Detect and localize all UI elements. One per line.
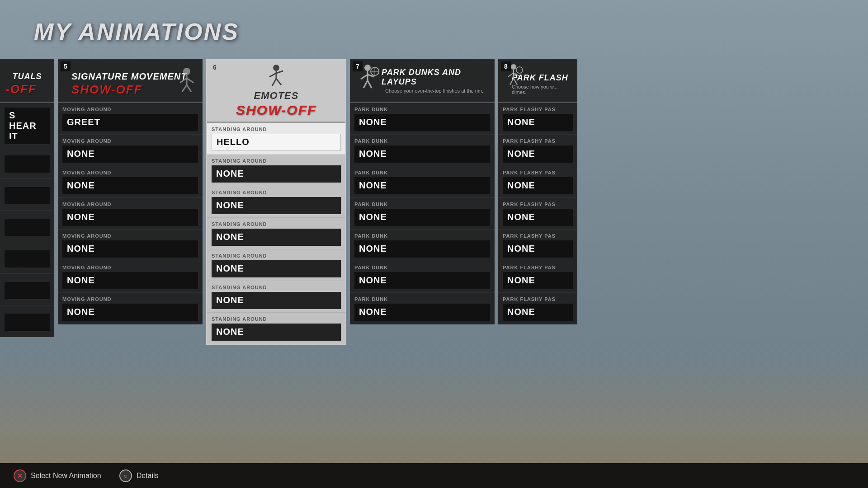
slot-row[interactable]: STANDING AROUND NONE	[207, 313, 345, 344]
select-animation-label: Select New Animation	[31, 472, 101, 480]
col-signature: 5 SIGNATURE MOVEMENT SHOW-OFF MOVING ARO…	[58, 59, 203, 324]
page-title: MY ANIMATIONS	[34, 18, 239, 45]
parkdunks-icon	[355, 63, 380, 95]
slot-row[interactable]: PARK FLASHY PAS NONE	[498, 135, 577, 166]
svg-point-6	[273, 65, 279, 71]
svg-line-23	[508, 73, 514, 77]
svg-line-14	[361, 75, 368, 79]
slot-row[interactable]: STANDING AROUND NONE	[207, 186, 345, 218]
details-label: Details	[137, 472, 159, 480]
parkflash-icon	[504, 63, 524, 90]
col-parkflash-header: 8 PARK FLASH Choose how you w... dimes.	[498, 59, 577, 102]
slot-row[interactable]: STANDING AROUND NONE	[207, 155, 345, 186]
slot-row[interactable]	[0, 305, 54, 337]
col-parkflash: 8 PARK FLASH Choose how you w... dimes. …	[498, 59, 577, 324]
slot-row[interactable]: PARK DUNK NONE	[350, 261, 495, 293]
slot-row[interactable]: PARK FLASHY PAS NONE	[498, 166, 577, 198]
slot-row[interactable]: MOVING AROUND NONE	[58, 166, 203, 198]
svg-line-10	[272, 79, 276, 86]
svg-line-5	[187, 85, 191, 92]
slot-row[interactable]	[0, 147, 54, 179]
columns-wrapper: TUALS -OFF S HEAR IT	[0, 59, 868, 461]
signature-icon	[175, 67, 198, 94]
col-rituals-badge: -OFF	[5, 82, 49, 96]
details-action[interactable]: ○ Details	[119, 469, 159, 482]
slot-row[interactable]: PARK DUNK NONE	[350, 198, 495, 230]
col-rituals-header: TUALS -OFF	[0, 59, 54, 102]
slot-row[interactable]	[0, 242, 54, 274]
slot-row[interactable]	[0, 211, 54, 242]
col-parkdunks-title: PARK DUNKS AND LAYUPS	[382, 68, 489, 87]
slot-row[interactable]: PARK DUNK NONE	[350, 135, 495, 166]
col-parkdunks: 7 PARK DUNKS AND LAYUPS Choose your over…	[350, 59, 495, 324]
col-sig-header: 5 SIGNATURE MOVEMENT SHOW-OFF	[58, 59, 203, 102]
slot-row[interactable]: STANDING AROUND NONE	[207, 249, 345, 281]
col-emotes-badge: SHOW-OFF	[236, 103, 316, 118]
slot-row[interactable]: PARK DUNK NONE	[350, 103, 495, 135]
svg-line-25	[510, 78, 514, 85]
col-emotes-number: 6	[210, 62, 220, 72]
svg-line-26	[514, 78, 517, 85]
x-button-icon: ✕	[14, 469, 26, 482]
slot-row[interactable]: PARK FLASHY PAS NONE	[498, 261, 577, 293]
slot-row[interactable]	[0, 179, 54, 211]
svg-line-8	[269, 73, 276, 77]
emotes-icon	[264, 64, 289, 89]
col-rituals-title: TUALS	[5, 72, 49, 81]
slot-row[interactable]: PARK FLASHY PAS NONE	[498, 230, 577, 261]
bottom-bar: ✕ Select New Animation ○ Details	[0, 463, 868, 488]
svg-line-9	[276, 71, 283, 73]
svg-point-21	[511, 64, 516, 70]
slot-row[interactable]	[0, 274, 54, 305]
slot-row[interactable]: MOVING AROUND NONE	[58, 198, 203, 230]
slot-row[interactable]: PARK FLASHY PAS NONE	[498, 293, 577, 324]
col-rituals: TUALS -OFF S HEAR IT	[0, 59, 54, 337]
slot-row[interactable]: STANDING AROUND NONE	[207, 218, 345, 249]
svg-point-27	[516, 67, 523, 73]
slot-row[interactable]: PARK FLASHY PAS NONE	[498, 198, 577, 230]
svg-line-2	[180, 78, 187, 83]
svg-line-4	[182, 85, 187, 92]
col-emotes: 6 EMOTES SHOW-OFF STANDING AROUND HELLO …	[206, 59, 346, 345]
col-parkdunks-header: 7 PARK DUNKS AND LAYUPS Choose your over…	[350, 59, 495, 102]
svg-point-12	[364, 65, 371, 71]
svg-point-0	[183, 68, 190, 75]
slot-row[interactable]: PARK DUNK NONE	[350, 293, 495, 324]
slot-row[interactable]: PARK DUNK NONE	[350, 166, 495, 198]
slot-row[interactable]: MOVING AROUND NONE	[58, 230, 203, 261]
slot-row[interactable]: MOVING AROUND GREET	[58, 103, 203, 135]
col-sig-number: 5	[61, 61, 71, 71]
col-emotes-title: EMOTES	[254, 90, 299, 102]
svg-line-11	[276, 79, 281, 85]
slot-row[interactable]: STANDING AROUND NONE	[207, 281, 345, 313]
slot-row[interactable]: PARK FLASHY PAS NONE	[498, 103, 577, 135]
slot-row[interactable]: MOVING AROUND NONE	[58, 261, 203, 293]
slot-row[interactable]: S HEAR IT	[0, 103, 54, 147]
col-emotes-header: 6 EMOTES SHOW-OFF	[207, 60, 345, 122]
svg-line-16	[363, 80, 368, 88]
slot-row[interactable]: MOVING AROUND NONE	[58, 135, 203, 166]
svg-line-17	[368, 80, 372, 88]
o-button-icon: ○	[119, 469, 132, 482]
svg-line-3	[187, 78, 193, 83]
slot-row[interactable]: STANDING AROUND HELLO	[207, 123, 345, 155]
slot-row[interactable]: MOVING AROUND NONE	[58, 293, 203, 324]
select-animation-action[interactable]: ✕ Select New Animation	[14, 469, 101, 482]
slot-row[interactable]: PARK DUNK NONE	[350, 230, 495, 261]
